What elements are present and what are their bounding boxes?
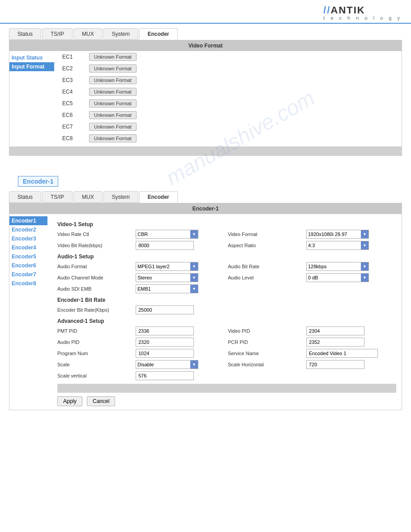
enc-bitrate-input[interactable] [136, 305, 194, 314]
encoder-title-area: Encoder-1 [0, 169, 411, 191]
nav-input-status[interactable]: Input Status [9, 53, 54, 62]
video-pid-input[interactable] [306, 326, 364, 335]
audio-bitrate-select-wrap: 128kbps 256kbps 64kbps ▼ [306, 262, 396, 271]
video-setup-grid: Video Rate Ctl CBR VBR ▼ Video Format [57, 230, 396, 250]
scale-arrow-icon: ▼ [190, 360, 198, 369]
pmt-pid-input-wrap [136, 326, 226, 335]
enc-tab-encoder[interactable]: Encoder [139, 191, 178, 203]
video-format-label: Video Format [228, 232, 304, 237]
ec1-label: EC1 [59, 51, 86, 63]
audio-pid-input[interactable] [136, 338, 194, 347]
top-tab-bar: Status TS/IP MUX System Encoder [9, 28, 402, 40]
audio-level-select-wrap: 0 dB -3 dB -6 dB ▼ [306, 273, 396, 282]
audio-sdi-label: Audio SDI EMB [57, 286, 133, 292]
video-format-arrow-icon: ▼ [361, 230, 369, 239]
video-bitrate-input-wrap [136, 241, 226, 250]
scale-select[interactable]: Disable Enable [136, 360, 190, 369]
advanced-grid: PMT PID Video PID Audio PID PCR PID [57, 326, 396, 380]
input-side-nav: Input Status Input Format [9, 51, 59, 144]
encoder-form: Video-1 Setup Video Rate Ctl CBR VBR ▼ [52, 214, 402, 410]
ec7-label: EC7 [59, 121, 86, 133]
enc-nav-7[interactable]: Encoder7 [9, 270, 47, 279]
ec2-format-btn[interactable]: Unknown Format [89, 64, 137, 73]
audio-format-label: Audio Format [57, 264, 133, 269]
enc-tab-system[interactable]: System [103, 191, 138, 203]
audio-bitrate-select[interactable]: 128kbps 256kbps 64kbps [306, 262, 361, 271]
audio-channel-select-wrap: Stereo Mono ▼ [136, 273, 226, 282]
encoder-panel-header: Encoder-1 [9, 203, 402, 214]
scale-horizontal-label: Scale Horizontal [228, 362, 304, 367]
audio-sdi-select[interactable]: EMB1 EMB2 EMB3 EMB4 [136, 284, 190, 293]
program-num-input[interactable] [136, 349, 194, 358]
video-pid-label: Video PID [228, 328, 304, 334]
ec8-value: Unknown Format [86, 133, 402, 144]
audio-channel-select[interactable]: Stereo Mono [136, 273, 190, 282]
audio-level-select[interactable]: 0 dB -3 dB -6 dB [306, 273, 361, 282]
ec3-format-btn[interactable]: Unknown Format [89, 76, 137, 84]
video-rate-ctl-select-container: CBR VBR ▼ [136, 230, 198, 239]
input-format-body: Input Status Input Format EC1 Unknown Fo… [9, 51, 402, 144]
scale-select-wrap: Disable Enable ▼ [136, 360, 226, 369]
input-format-panel: Video Format Input Status Input Format E… [9, 40, 402, 156]
enc-nav-5[interactable]: Encoder5 [9, 252, 47, 261]
encoder-title: Encoder-1 [18, 176, 58, 187]
tab-mux[interactable]: MUX [73, 28, 103, 40]
table-row: EC3 Unknown Format [59, 74, 402, 86]
ec8-label: EC8 [59, 133, 86, 144]
enc-nav-3[interactable]: Encoder3 [9, 234, 47, 243]
ec7-format-btn[interactable]: Unknown Format [89, 123, 137, 131]
input-format-main: EC1 Unknown Format EC2 Unknown Format EC… [59, 51, 402, 144]
encoder-side-nav: Encoder1 Encoder2 Encoder3 Encoder4 Enco… [9, 214, 52, 410]
video-format-select-container: 1920x1080i 29.97 1920x1080i 25 ▼ [306, 230, 369, 239]
scale-vertical-input[interactable] [136, 371, 194, 380]
video-format-select[interactable]: 1920x1080i 29.97 1920x1080i 25 [306, 230, 361, 239]
scale-horizontal-input-wrap [306, 360, 396, 369]
enc-tab-status[interactable]: Status [9, 191, 41, 203]
audio-level-label: Audio Level [228, 275, 304, 280]
pmt-pid-input[interactable] [136, 326, 194, 335]
enc-bitrate-label: Encoder Bit Rate(Kbps) [57, 307, 133, 313]
table-row: EC1 Unknown Format [59, 51, 402, 63]
tab-encoder[interactable]: Encoder [139, 28, 178, 40]
ec4-format-btn[interactable]: Unknown Format [89, 88, 137, 96]
encoder-gray-bar [57, 384, 396, 393]
table-row: EC8 Unknown Format [59, 133, 402, 144]
table-row: EC6 Unknown Format [59, 109, 402, 121]
enc-nav-2[interactable]: Encoder2 [9, 225, 47, 234]
tab-tsip[interactable]: TS/IP [42, 28, 73, 40]
enc-bitrate-input-wrap [136, 305, 396, 314]
panel-footer-bar [9, 146, 402, 155]
enc-nav-1[interactable]: Encoder1 [9, 216, 47, 225]
ec5-format-btn[interactable]: Unknown Format [89, 99, 137, 107]
enc-tab-tsip[interactable]: TS/IP [42, 191, 73, 203]
ec2-value: Unknown Format [86, 63, 402, 74]
tab-status[interactable]: Status [9, 28, 41, 40]
enc-nav-8[interactable]: Encoder8 [9, 279, 47, 288]
scale-label: Scale [57, 362, 133, 367]
pcr-pid-input[interactable] [306, 338, 364, 347]
enc-tab-mux[interactable]: MUX [73, 191, 103, 203]
video-rate-ctl-select-wrap: CBR VBR ▼ [136, 230, 226, 239]
video-pid-input-wrap [306, 326, 396, 335]
video-rate-ctl-select[interactable]: CBR VBR [136, 230, 190, 239]
service-name-input[interactable] [306, 349, 378, 358]
table-row: EC5 Unknown Format [59, 98, 402, 109]
audio-sdi-select-container: EMB1 EMB2 EMB3 EMB4 ▼ [136, 284, 198, 293]
enc-nav-6[interactable]: Encoder6 [9, 261, 47, 270]
aspect-ratio-select[interactable]: 4:3 16:9 [306, 241, 361, 250]
audio-format-select[interactable]: MPEG1 layer2 AAC AC3 [136, 262, 190, 271]
nav-input-format[interactable]: Input Format [9, 62, 54, 71]
audio-format-arrow-icon: ▼ [190, 262, 198, 271]
ec1-format-btn[interactable]: Unknown Format [89, 53, 137, 61]
scale-horizontal-input[interactable] [306, 360, 364, 369]
tab-system[interactable]: System [103, 28, 138, 40]
ec6-format-btn[interactable]: Unknown Format [89, 111, 137, 119]
ec8-format-btn[interactable]: Unknown Format [89, 134, 137, 142]
ec6-value: Unknown Format [86, 109, 402, 121]
video-bitrate-label: Video Bit Rate(kbps) [57, 243, 133, 248]
video-bitrate-input[interactable] [136, 241, 194, 250]
cancel-button[interactable]: Cancel [87, 396, 115, 406]
enc-nav-4[interactable]: Encoder4 [9, 243, 47, 252]
apply-button[interactable]: Apply [57, 396, 82, 406]
audio-level-select-container: 0 dB -3 dB -6 dB ▼ [306, 273, 369, 282]
